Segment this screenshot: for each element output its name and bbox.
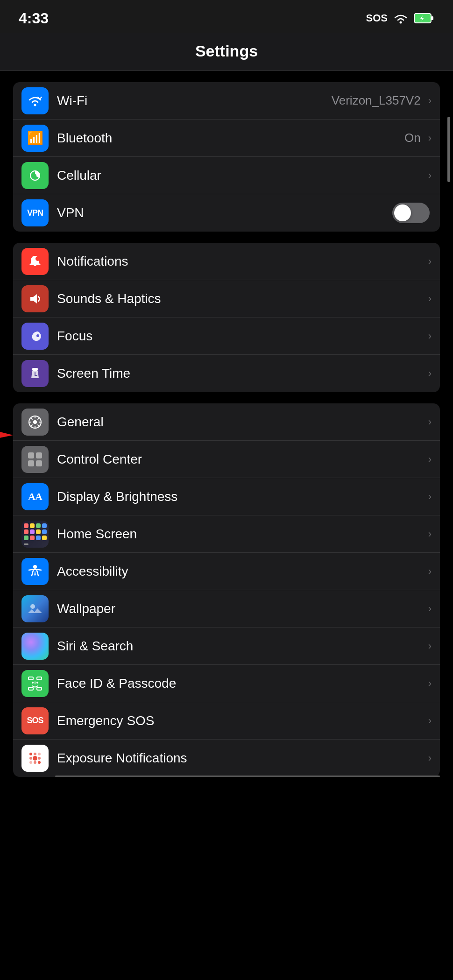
- wifi-icon: [392, 12, 409, 24]
- settings-content: Wi-Fi Verizon_L357V2 › 📶 Bluetooth On › …: [0, 82, 453, 802]
- general-label: General: [57, 415, 425, 430]
- focus-row[interactable]: Focus ›: [13, 317, 440, 355]
- exposure-chevron: ›: [428, 752, 432, 764]
- wallpaper-label: Wallpaper: [57, 601, 425, 616]
- scrollbar[interactable]: [447, 117, 450, 182]
- wifi-row[interactable]: Wi-Fi Verizon_L357V2 ›: [13, 82, 440, 120]
- vpn-label: VPN: [57, 205, 392, 220]
- general-row[interactable]: General ›: [13, 403, 440, 441]
- notifications-label: Notifications: [57, 254, 425, 269]
- svg-rect-21: [28, 677, 33, 680]
- bluetooth-value: On: [404, 131, 421, 145]
- vpn-toggle[interactable]: [392, 203, 430, 223]
- svg-line-18: [32, 571, 33, 576]
- svg-rect-2: [431, 16, 433, 20]
- siri-label: Siri & Search: [57, 639, 425, 654]
- settings-header: Settings: [0, 33, 453, 71]
- faceid-chevron: ›: [428, 677, 432, 690]
- sounds-label: Sounds & Haptics: [57, 291, 425, 306]
- bluetooth-row[interactable]: 📶 Bluetooth On ›: [13, 120, 440, 157]
- wallpaper-row[interactable]: Wallpaper ›: [13, 590, 440, 627]
- home-screen-row[interactable]: Home Screen ›: [13, 515, 440, 553]
- accessibility-chevron: ›: [428, 565, 432, 578]
- display-brightness-row[interactable]: AA Display & Brightness ›: [13, 478, 440, 515]
- page-title: Settings: [195, 42, 258, 60]
- emergency-sos-chevron: ›: [428, 715, 432, 727]
- status-icons: SOS: [366, 12, 434, 24]
- svg-point-31: [29, 757, 32, 760]
- vpn-row[interactable]: VPN VPN: [13, 194, 440, 232]
- network-section: Wi-Fi Verizon_L357V2 › 📶 Bluetooth On › …: [13, 82, 440, 232]
- emergency-sos-row[interactable]: SOS Emergency SOS ›: [13, 702, 440, 740]
- general-icon: [21, 409, 49, 436]
- svg-rect-13: [28, 452, 34, 458]
- siri-chevron: ›: [428, 640, 432, 652]
- svg-point-34: [29, 761, 32, 764]
- svg-rect-22: [37, 677, 42, 680]
- svg-point-25: [32, 682, 34, 684]
- svg-line-19: [37, 571, 38, 576]
- svg-point-26: [36, 682, 38, 684]
- notifications-chevron: ›: [428, 255, 432, 268]
- red-arrow-annotation: [0, 416, 13, 454]
- general-section: General › Control Center › AA Display & …: [13, 403, 440, 777]
- display-brightness-label: Display & Brightness: [57, 489, 425, 504]
- screentime-icon: [21, 360, 49, 387]
- notifications-row[interactable]: Notifications ›: [13, 243, 440, 280]
- svg-point-0: [400, 21, 402, 24]
- notifications-icon: [21, 248, 49, 275]
- wallpaper-chevron: ›: [428, 603, 432, 615]
- svg-point-32: [33, 756, 37, 761]
- sounds-chevron: ›: [428, 293, 432, 305]
- svg-rect-24: [37, 687, 42, 690]
- bluetooth-label: Bluetooth: [57, 131, 404, 146]
- exposure-row[interactable]: Exposure Notifications ›: [13, 740, 440, 777]
- exposure-label: Exposure Notifications: [57, 751, 425, 766]
- screentime-row[interactable]: Screen Time ›: [13, 355, 440, 392]
- svg-point-17: [33, 565, 37, 569]
- svg-point-8: [36, 334, 39, 337]
- sos-indicator: SOS: [366, 12, 388, 24]
- svg-point-33: [38, 757, 41, 760]
- screentime-chevron: ›: [428, 367, 432, 380]
- control-center-row[interactable]: Control Center ›: [13, 441, 440, 478]
- svg-point-20: [30, 604, 35, 609]
- bluetooth-chevron: ›: [428, 132, 432, 144]
- faceid-row[interactable]: Face ID & Passcode ›: [13, 665, 440, 702]
- wifi-label: Wi-Fi: [57, 93, 332, 108]
- status-time: 4:33: [19, 10, 49, 27]
- accessibility-row[interactable]: Accessibility ›: [13, 553, 440, 590]
- faceid-label: Face ID & Passcode: [57, 676, 425, 691]
- screentime-label: Screen Time: [57, 366, 425, 381]
- svg-point-35: [34, 761, 36, 764]
- notifications-section: Notifications › Sounds & Haptics › F: [13, 243, 440, 392]
- svg-rect-15: [28, 460, 34, 466]
- display-brightness-chevron: ›: [428, 491, 432, 503]
- svg-rect-23: [28, 687, 33, 690]
- vpn-icon: VPN: [21, 199, 49, 226]
- svg-point-5: [34, 174, 36, 177]
- sounds-row[interactable]: Sounds & Haptics ›: [13, 280, 440, 317]
- display-brightness-icon: AA: [21, 483, 49, 510]
- cellular-label: Cellular: [57, 168, 425, 183]
- control-center-icon: [21, 446, 49, 473]
- cellular-row[interactable]: Cellular ›: [13, 157, 440, 194]
- exposure-icon: [21, 745, 49, 772]
- home-screen-chevron: ›: [428, 528, 432, 540]
- general-chevron: ›: [428, 416, 432, 428]
- accessibility-icon: [21, 558, 49, 585]
- svg-rect-9: [32, 368, 38, 371]
- faceid-icon: [21, 670, 49, 697]
- svg-point-36: [38, 761, 41, 764]
- home-screen-label: Home Screen: [57, 527, 425, 542]
- wifi-value: Verizon_L357V2: [332, 93, 421, 108]
- svg-point-29: [34, 753, 36, 755]
- control-center-label: Control Center: [57, 452, 425, 467]
- siri-row[interactable]: Siri & Search ›: [13, 627, 440, 665]
- svg-point-28: [29, 753, 32, 755]
- svg-rect-14: [36, 452, 42, 458]
- cellular-chevron: ›: [428, 169, 432, 182]
- exposure-bottom-line: [55, 776, 440, 777]
- svg-rect-16: [36, 460, 42, 466]
- wifi-icon-container: [21, 87, 49, 114]
